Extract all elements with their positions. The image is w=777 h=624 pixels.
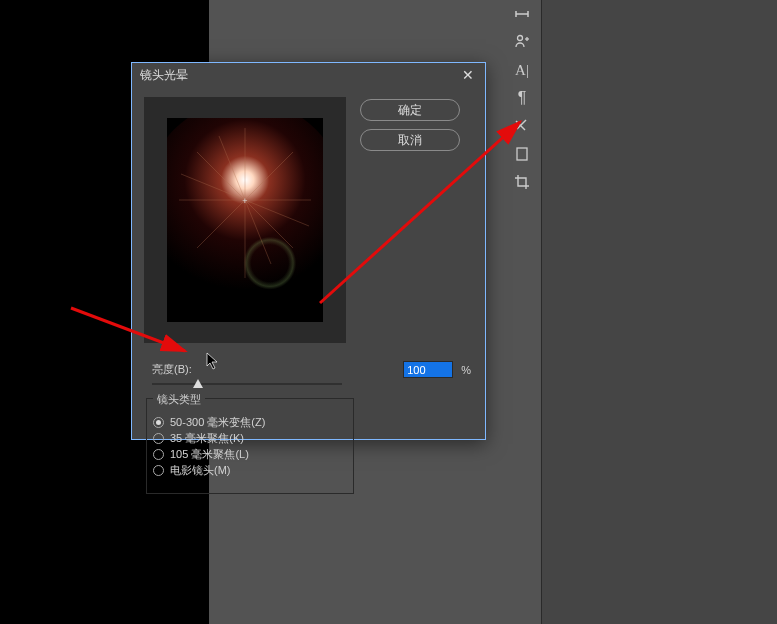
paragraph-icon[interactable]: ¶: [508, 86, 536, 110]
cancel-button[interactable]: 取消: [360, 129, 460, 151]
svg-point-27: [217, 206, 305, 294]
ok-button[interactable]: 确定: [360, 99, 460, 121]
dialog-title-text: 镜头光晕: [140, 67, 188, 84]
percent-label: %: [461, 364, 471, 376]
slider-thumb[interactable]: [193, 379, 203, 388]
preview-area[interactable]: +: [144, 97, 346, 343]
lens-type-option[interactable]: 105 毫米聚焦(L): [153, 446, 347, 462]
right-panel: [541, 0, 777, 624]
dialog-titlebar[interactable]: 镜头光晕 ✕: [132, 63, 485, 87]
svg-text:+: +: [242, 196, 247, 206]
vertical-toolbar: A| ¶: [504, 0, 540, 194]
lens-flare-dialog: 镜头光晕 ✕: [131, 62, 486, 440]
radio-icon[interactable]: [153, 449, 164, 460]
radio-icon[interactable]: [153, 417, 164, 428]
lens-type-option[interactable]: 35 毫米聚焦(K): [153, 430, 347, 446]
lens-flare-preview-image: +: [167, 118, 323, 322]
brightness-input[interactable]: [403, 361, 453, 378]
text-icon[interactable]: A|: [508, 58, 536, 82]
radio-label: 35 毫米聚焦(K): [170, 431, 244, 446]
user-icon[interactable]: [508, 30, 536, 54]
tools-icon[interactable]: [508, 114, 536, 138]
radio-icon[interactable]: [153, 465, 164, 476]
document-icon[interactable]: [508, 142, 536, 166]
brightness-slider[interactable]: [152, 383, 342, 385]
radio-label: 电影镜头(M): [170, 463, 231, 478]
radio-label: 50-300 毫米变焦(Z): [170, 415, 265, 430]
lens-type-option[interactable]: 50-300 毫米变焦(Z): [153, 414, 347, 430]
svg-line-11: [517, 120, 526, 129]
radio-icon[interactable]: [153, 433, 164, 444]
svg-rect-12: [517, 148, 527, 160]
close-icon[interactable]: ✕: [459, 66, 477, 84]
lens-type-option[interactable]: 电影镜头(M): [153, 462, 347, 478]
radio-label: 105 毫米聚焦(L): [170, 447, 249, 462]
brightness-label: 亮度(B):: [152, 362, 192, 377]
crop-icon[interactable]: [508, 170, 536, 194]
lens-type-group: 镜头类型 50-300 毫米变焦(Z)35 毫米聚焦(K)105 毫米聚焦(L)…: [146, 398, 354, 494]
measure-icon[interactable]: [508, 2, 536, 26]
svg-point-7: [518, 36, 523, 41]
lens-type-legend: 镜头类型: [153, 392, 205, 407]
